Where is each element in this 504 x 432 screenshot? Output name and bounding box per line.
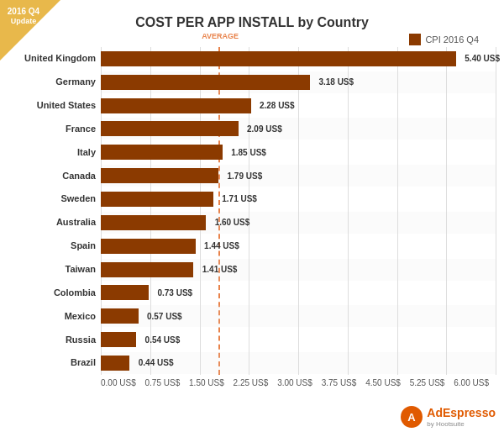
y-label: Mexico (8, 305, 96, 327)
bar: 0.54 US$ (101, 332, 136, 347)
chart-title: COST PER APP INSTALL by Country (8, 8, 496, 30)
grid-line (496, 47, 496, 375)
x-tick: 1.50 US$ (189, 378, 224, 387)
bar-row: 1.79 US$ (101, 165, 496, 187)
bar-row: 0.73 US$ (101, 282, 496, 303)
bar-row: 1.44 US$ (101, 235, 496, 257)
logo-name: AdEspresso (427, 406, 496, 420)
bar-value-label: 1.41 US$ (202, 265, 238, 274)
bar-row: 1.71 US$ (101, 188, 496, 210)
bar: 3.18 US$ (101, 75, 310, 90)
x-axis: 0.00 US$0.75 US$1.50 US$2.25 US$3.00 US$… (101, 378, 496, 387)
x-tick: 4.50 US$ (365, 378, 401, 387)
bar-value-label: 1.71 US$ (222, 194, 257, 203)
bar-value-label: 0.73 US$ (157, 288, 192, 298)
adespresso-logo: A AdEspresso by Hootsuite (400, 405, 496, 429)
bar: 1.71 US$ (101, 192, 213, 207)
corner-badge: 2016 Q4 Update (0, 0, 59, 59)
bar-row: 1.41 US$ (101, 259, 496, 281)
x-tick: 0.75 US$ (145, 378, 181, 387)
bar-row: 0.54 US$ (101, 329, 496, 350)
bar: 0.73 US$ (101, 285, 149, 300)
bar-row: 0.44 US$ (101, 352, 496, 374)
bar: 1.44 US$ (101, 239, 196, 254)
y-label: France (8, 118, 96, 140)
x-tick: 3.75 US$ (322, 378, 357, 387)
bar-value-label: 2.09 US$ (247, 124, 282, 134)
y-label: Germany (8, 71, 96, 93)
bar: 0.44 US$ (101, 356, 129, 371)
x-tick: 3.00 US$ (277, 378, 312, 387)
y-label: Brazil (8, 352, 96, 374)
bars-area: AVERAGE 5.40 US$3.18 US$2.28 US$2.09 US$… (101, 47, 496, 375)
logo-text: AdEspresso by Hootsuite (427, 406, 496, 428)
chart-inner: United KingdomGermanyUnited StatesFrance… (8, 47, 496, 375)
y-label: Taiwan (8, 259, 96, 281)
y-label: Spain (8, 235, 96, 257)
bar: 1.85 US$ (101, 145, 223, 160)
bar-value-label: 0.54 US$ (145, 335, 181, 345)
bar-value-label: 1.44 US$ (204, 241, 239, 250)
y-label: Colombia (8, 282, 96, 303)
bar-row: 2.28 US$ (101, 95, 496, 117)
bar-value-label: 1.85 US$ (231, 148, 266, 157)
bar: 5.40 US$ (101, 51, 456, 66)
y-label: Sweden (8, 188, 96, 210)
bar-value-label: 3.18 US$ (318, 77, 354, 87)
legend-label: CPI 2016 Q4 (425, 34, 479, 45)
bar-value-label: 1.60 US$ (215, 218, 250, 227)
corner-badge-text: 2016 Q4 Update (3, 7, 44, 26)
bar-row: 5.40 US$ (101, 48, 496, 70)
bar-row: 0.57 US$ (101, 305, 496, 327)
bar-value-label: 2.28 US$ (260, 101, 295, 110)
bar: 1.60 US$ (101, 215, 206, 230)
bar-row: 1.85 US$ (101, 141, 496, 163)
bar: 1.41 US$ (101, 262, 193, 277)
x-tick: 2.25 US$ (234, 378, 269, 387)
bar-value-label: 1.79 US$ (228, 171, 263, 181)
x-tick: 5.25 US$ (410, 378, 445, 387)
bar: 2.09 US$ (101, 121, 239, 136)
bar-row: 1.60 US$ (101, 212, 496, 234)
legend-color-box (409, 34, 421, 45)
y-label: Italy (8, 141, 96, 163)
bar: 0.57 US$ (101, 308, 139, 324)
bar-value-label: 0.57 US$ (147, 312, 182, 321)
bar: 1.79 US$ (101, 168, 218, 183)
y-label: Russia (8, 329, 96, 350)
bar-row: 3.18 US$ (101, 71, 496, 93)
x-tick: 0.00 US$ (101, 378, 136, 387)
y-label: United States (8, 95, 96, 117)
y-label: Canada (8, 165, 96, 187)
y-axis-labels: United KingdomGermanyUnited StatesFrance… (8, 47, 101, 375)
logo-icon: A (400, 405, 423, 429)
legend: CPI 2016 Q4 (8, 34, 496, 45)
x-tick: 6.00 US$ (454, 378, 489, 387)
bar: 2.28 US$ (101, 98, 251, 113)
bar-row: 2.09 US$ (101, 118, 496, 140)
y-label: Australia (8, 212, 96, 234)
svg-text:A: A (408, 411, 417, 424)
bar-value-label: 5.40 US$ (465, 54, 500, 63)
bar-value-label: 0.44 US$ (139, 358, 174, 367)
chart-container: 2016 Q4 Update COST PER APP INSTALL by C… (0, 0, 504, 432)
